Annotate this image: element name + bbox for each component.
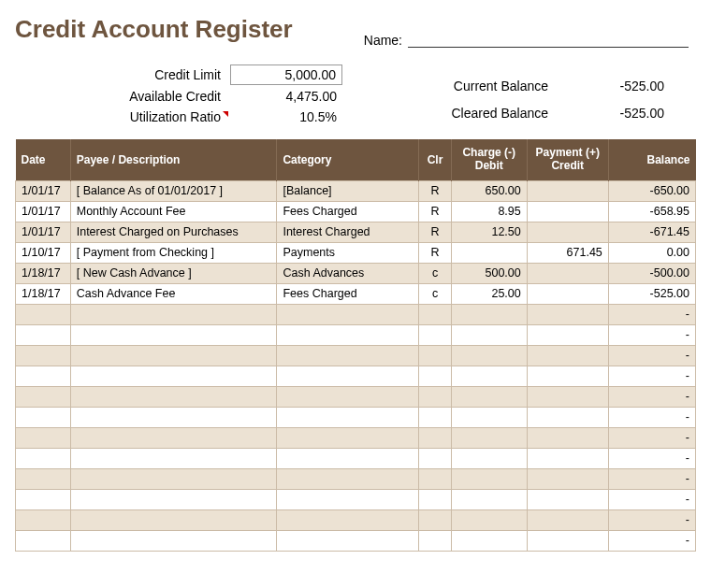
cell-clr[interactable] (419, 509, 451, 530)
cell-charge[interactable] (451, 304, 527, 324)
cell-category[interactable] (277, 468, 419, 489)
cell-payment[interactable] (527, 386, 608, 407)
cell-payment[interactable] (527, 448, 608, 468)
cell-balance[interactable]: - (608, 489, 695, 509)
cell-category[interactable]: Interest Charged (277, 222, 419, 242)
cell-category[interactable] (277, 407, 419, 427)
cell-category[interactable]: Payments (277, 242, 419, 263)
cell-date[interactable] (16, 407, 71, 427)
cell-date[interactable] (16, 366, 71, 386)
cell-balance[interactable]: - (608, 366, 695, 386)
cell-clr[interactable]: R (419, 222, 451, 242)
cell-payee[interactable] (70, 366, 277, 386)
cell-balance[interactable]: -500.00 (608, 263, 695, 283)
cell-payee[interactable]: Cash Advance Fee (70, 283, 277, 304)
cell-payee[interactable]: Monthly Account Fee (70, 201, 277, 222)
cell-balance[interactable]: - (608, 407, 695, 427)
cell-clr[interactable]: R (419, 201, 451, 222)
cell-payee[interactable] (70, 304, 277, 324)
cell-charge[interactable] (451, 324, 527, 345)
cell-payment[interactable] (527, 468, 608, 489)
cell-category[interactable] (277, 345, 419, 366)
cell-payment[interactable] (527, 530, 608, 551)
cell-payee[interactable] (70, 489, 277, 509)
cell-clr[interactable] (419, 324, 451, 345)
cell-clr[interactable]: c (419, 283, 451, 304)
cell-date[interactable] (16, 489, 71, 509)
cell-payee[interactable]: Interest Charged on Purchases (70, 222, 277, 242)
cell-category[interactable] (277, 530, 419, 551)
cell-clr[interactable]: c (419, 263, 451, 283)
cell-category[interactable] (277, 509, 419, 530)
cell-balance[interactable]: - (608, 530, 695, 551)
cell-charge[interactable]: 25.00 (451, 283, 527, 304)
cell-category[interactable]: Cash Advances (277, 263, 419, 283)
cell-balance[interactable]: - (608, 448, 695, 468)
cell-charge[interactable] (451, 407, 527, 427)
cell-balance[interactable]: - (608, 468, 695, 489)
cell-date[interactable] (16, 386, 71, 407)
cell-balance[interactable]: 0.00 (608, 242, 695, 263)
cell-charge[interactable] (451, 530, 527, 551)
cell-payee[interactable] (70, 448, 277, 468)
cell-payment[interactable] (527, 180, 608, 201)
cell-clr[interactable] (419, 448, 451, 468)
name-input-line[interactable] (408, 31, 689, 48)
cell-date[interactable] (16, 427, 71, 448)
cell-charge[interactable]: 650.00 (451, 180, 527, 201)
cell-payment[interactable] (527, 201, 608, 222)
cell-category[interactable]: Fees Charged (277, 283, 419, 304)
cell-payment[interactable] (527, 304, 608, 324)
cell-payee[interactable]: [ Balance As of 01/01/2017 ] (70, 180, 277, 201)
cell-payment[interactable] (527, 427, 608, 448)
cell-category[interactable] (277, 324, 419, 345)
cell-charge[interactable] (451, 345, 527, 366)
cell-balance[interactable]: - (608, 324, 695, 345)
cell-balance[interactable]: - (608, 345, 695, 366)
cell-date[interactable]: 1/18/17 (16, 263, 71, 283)
cell-date[interactable]: 1/01/17 (16, 180, 71, 201)
cell-payment[interactable] (527, 263, 608, 283)
cell-charge[interactable] (451, 427, 527, 448)
cell-clr[interactable]: R (419, 180, 451, 201)
cell-payee[interactable]: [ Payment from Checking ] (70, 242, 277, 263)
cell-charge[interactable] (451, 242, 527, 263)
cell-payment[interactable] (527, 509, 608, 530)
cell-clr[interactable] (419, 427, 451, 448)
cell-category[interactable] (277, 386, 419, 407)
cell-charge[interactable] (451, 489, 527, 509)
cell-payment[interactable] (527, 366, 608, 386)
cell-clr[interactable] (419, 407, 451, 427)
cell-charge[interactable]: 500.00 (451, 263, 527, 283)
cell-date[interactable] (16, 345, 71, 366)
cell-payee[interactable] (70, 509, 277, 530)
cell-charge[interactable]: 12.50 (451, 222, 527, 242)
cell-clr[interactable] (419, 386, 451, 407)
cell-clr[interactable] (419, 530, 451, 551)
cell-payment[interactable] (527, 324, 608, 345)
cell-clr[interactable] (419, 304, 451, 324)
cell-payee[interactable] (70, 345, 277, 366)
cell-clr[interactable] (419, 468, 451, 489)
cell-clr[interactable] (419, 366, 451, 386)
cell-clr[interactable]: R (419, 242, 451, 263)
cell-category[interactable] (277, 366, 419, 386)
cell-payee[interactable] (70, 324, 277, 345)
cell-payment[interactable] (527, 345, 608, 366)
cell-payment[interactable] (527, 222, 608, 242)
cell-charge[interactable] (451, 468, 527, 489)
cell-balance[interactable]: - (608, 386, 695, 407)
cell-date[interactable]: 1/10/17 (16, 242, 71, 263)
cell-clr[interactable] (419, 345, 451, 366)
cell-date[interactable]: 1/01/17 (16, 222, 71, 242)
cell-charge[interactable]: 8.95 (451, 201, 527, 222)
cell-category[interactable] (277, 304, 419, 324)
cell-date[interactable] (16, 448, 71, 468)
cell-balance[interactable]: - (608, 509, 695, 530)
cell-payee[interactable]: [ New Cash Advance ] (70, 263, 277, 283)
cell-balance[interactable]: -671.45 (608, 222, 695, 242)
cell-charge[interactable] (451, 509, 527, 530)
cell-category[interactable]: Fees Charged (277, 201, 419, 222)
cell-date[interactable]: 1/18/17 (16, 283, 71, 304)
cell-payee[interactable] (70, 468, 277, 489)
